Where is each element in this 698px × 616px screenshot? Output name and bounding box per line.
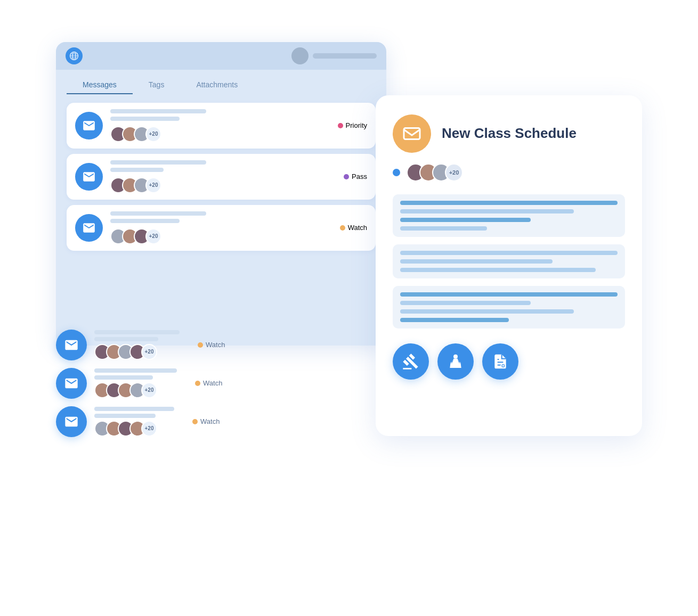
- gavel-button[interactable]: [393, 343, 429, 380]
- detail-card: New Class Schedule +20: [376, 95, 642, 436]
- pass-dot: [344, 174, 349, 179]
- content-line-3c: [400, 309, 574, 314]
- floating-line-1a: [94, 330, 180, 334]
- message-icon-2: [75, 163, 103, 191]
- app-message-list: +20 Priority: [56, 94, 386, 259]
- detail-actions: [393, 343, 625, 380]
- content-line-3a: [400, 292, 618, 297]
- detail-envelope-icon: [393, 114, 431, 153]
- titlebar-avatar: [291, 47, 309, 64]
- floating-avatars-3: +20: [94, 421, 174, 437]
- tag-pass: Pass: [324, 173, 367, 180]
- floating-row-1: +20 Watch: [56, 330, 225, 360]
- floating-dot-1: [198, 342, 203, 348]
- tag-priority-label: Priority: [346, 121, 367, 129]
- message-row-2[interactable]: +20 Pass: [67, 154, 376, 200]
- tab-messages[interactable]: Messages: [67, 76, 133, 94]
- detail-header: New Class Schedule: [393, 114, 625, 153]
- floating-line-3a: [94, 407, 174, 411]
- floating-icon-3: [56, 406, 87, 437]
- watch-dot-1: [340, 225, 345, 231]
- fav-count-3: +20: [141, 421, 157, 437]
- app-window: Messages Tags Attachments +20: [56, 42, 386, 346]
- tag-pass-label: Pass: [352, 173, 367, 180]
- floating-avatars-1: +20: [94, 344, 180, 360]
- message-body-3: +20: [110, 211, 317, 244]
- tag-watch-1: Watch: [324, 224, 367, 232]
- msg-line-2a: [110, 160, 206, 165]
- tag-watch-label-1: Watch: [348, 224, 367, 232]
- document-button[interactable]: [482, 343, 518, 380]
- msg-line-2b: [110, 168, 164, 172]
- content-line-3b: [400, 301, 531, 305]
- floating-row-3: +20 Watch: [56, 406, 225, 437]
- avatar-count-2: +20: [145, 177, 161, 193]
- content-line-1c: [400, 218, 531, 222]
- svg-rect-8: [453, 359, 458, 368]
- floating-tag-2: Watch: [195, 379, 222, 387]
- content-line-1d: [400, 226, 487, 231]
- message-icon-1: [75, 112, 103, 139]
- titlebar-bar: [313, 53, 377, 59]
- content-line-3d: [400, 318, 509, 322]
- content-line-1b: [400, 209, 574, 213]
- msg-line-1b: [110, 117, 180, 121]
- floating-dot-3: [192, 419, 198, 424]
- fav-count-2: +20: [141, 382, 157, 398]
- floating-tag-label-1: Watch: [206, 341, 225, 349]
- floating-line-2a: [94, 368, 177, 373]
- floating-tag-3: Watch: [192, 417, 220, 425]
- message-row-1[interactable]: +20 Priority: [67, 103, 376, 149]
- priority-dot: [338, 123, 343, 128]
- detail-status-dot: [393, 169, 400, 176]
- msg-avatars-1: +20: [110, 126, 317, 142]
- detail-content: [393, 194, 625, 328]
- floating-body-3: +20: [94, 407, 174, 437]
- floating-icon-1: [56, 330, 87, 360]
- fav-count-1: +20: [141, 344, 157, 360]
- message-row-3[interactable]: +20 Watch: [67, 205, 376, 251]
- content-line-2a: [400, 251, 618, 255]
- tag-priority: Priority: [324, 121, 367, 129]
- podium-button[interactable]: [437, 343, 474, 380]
- svg-point-6: [453, 354, 458, 358]
- floating-tag-label-3: Watch: [200, 417, 220, 425]
- content-block-3: [393, 286, 625, 328]
- svg-rect-5: [404, 128, 420, 139]
- message-body-1: +20: [110, 109, 317, 142]
- floating-line-2b: [94, 375, 153, 380]
- floating-tag-label-2: Watch: [203, 379, 222, 387]
- tab-tags[interactable]: Tags: [133, 76, 181, 94]
- tab-attachments[interactable]: Attachments: [180, 76, 254, 94]
- detail-meta: +20: [393, 163, 625, 182]
- floating-tag-1: Watch: [198, 341, 225, 349]
- detail-title: New Class Schedule: [442, 125, 577, 142]
- msg-line-3b: [110, 219, 180, 223]
- floating-dot-2: [195, 381, 200, 386]
- floating-icon-2: [56, 368, 87, 399]
- floating-message-list: +20 Watch +20: [56, 330, 225, 437]
- floating-body-2: +20: [94, 368, 177, 398]
- detail-avatar-count: +20: [445, 163, 463, 182]
- msg-line-3a: [110, 211, 206, 216]
- titlebar-search: [291, 47, 377, 64]
- floating-body-1: +20: [94, 330, 180, 360]
- app-tabs: Messages Tags Attachments: [56, 70, 386, 94]
- msg-avatars-3: +20: [110, 228, 317, 244]
- floating-row-2: +20 Watch: [56, 368, 225, 399]
- floating-line-3b: [94, 414, 156, 418]
- content-block-1: [393, 194, 625, 237]
- floating-avatars-2: +20: [94, 382, 177, 398]
- app-titlebar: [56, 42, 386, 70]
- message-body-2: +20: [110, 160, 317, 193]
- msg-avatars-2: +20: [110, 177, 317, 193]
- avatar-count-3: +20: [145, 228, 161, 244]
- content-line-2c: [400, 268, 596, 272]
- msg-line-1a: [110, 109, 206, 113]
- content-line-1a: [400, 201, 618, 205]
- content-line-2b: [400, 259, 553, 264]
- detail-meta-avatars: +20: [407, 163, 463, 182]
- floating-line-1b: [94, 337, 158, 341]
- content-block-2: [393, 244, 625, 278]
- message-icon-3: [75, 214, 103, 242]
